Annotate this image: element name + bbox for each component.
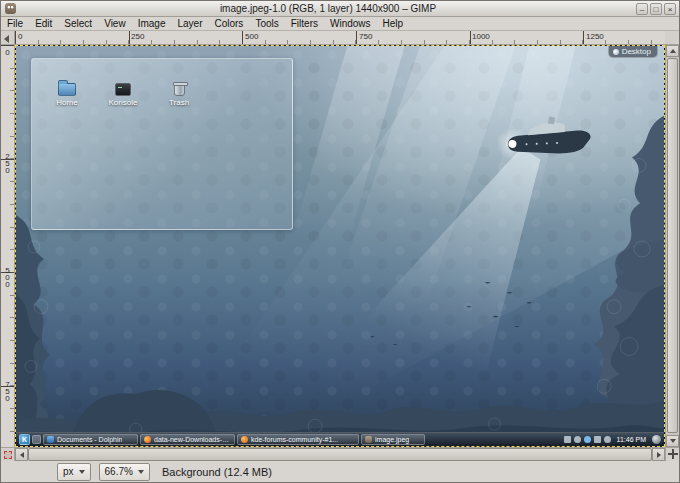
menubar: File Edit Select View Image Layer Colors… bbox=[1, 17, 679, 31]
desktop-icon-trash: Trash bbox=[156, 83, 202, 107]
taskbar-window-label: image.jpeg bbox=[375, 435, 409, 444]
home-folder-icon bbox=[58, 83, 76, 96]
taskbar-window-button: data-new-Downloads-...jpeg bbox=[140, 434, 235, 445]
scroll-down-button[interactable] bbox=[666, 435, 679, 447]
firefox-icon bbox=[241, 436, 248, 443]
desktop-toolbox: Desktop bbox=[608, 46, 658, 58]
tray-icon bbox=[604, 436, 611, 443]
menu-layer[interactable]: Layer bbox=[171, 17, 208, 30]
minimize-button[interactable]: – bbox=[636, 3, 648, 15]
show-desktop-icon bbox=[32, 435, 41, 444]
window-controls: – □ × bbox=[636, 3, 676, 15]
up-arrow-icon bbox=[670, 49, 676, 53]
menu-select[interactable]: Select bbox=[58, 17, 98, 30]
h-ruler-mark: 0 bbox=[18, 32, 22, 41]
taskbar-window-label: Documents - Dolphin bbox=[57, 435, 122, 444]
desktop-icon-label: Konsole bbox=[109, 99, 138, 107]
desktop-icon-label: Home bbox=[56, 99, 77, 107]
unit-selector[interactable]: px bbox=[57, 463, 91, 481]
tray-icon bbox=[584, 436, 591, 443]
folderview-icons: Home Konsole Trash bbox=[32, 59, 292, 107]
taskbar-clock: 11:46 PM bbox=[617, 436, 646, 443]
horizontal-ruler[interactable]: 0 250 500 750 1000 1250 bbox=[15, 31, 665, 45]
navigation-button[interactable] bbox=[665, 447, 679, 461]
menu-image[interactable]: Image bbox=[132, 17, 172, 30]
vertical-scroll-thumb[interactable] bbox=[667, 58, 678, 433]
horizontal-scrollbar[interactable] bbox=[15, 447, 665, 461]
screenshot-taskbar: K Documents - Dolphin data-new-Downloads… bbox=[16, 432, 664, 446]
kmenu-icon: K bbox=[19, 434, 30, 445]
gimp-window: image.jpeg-1.0 (RGB, 1 layer) 1440x900 –… bbox=[0, 0, 680, 483]
scroll-right-button[interactable] bbox=[652, 448, 665, 461]
h-ruler-mark: 500 bbox=[245, 32, 258, 41]
firefox-icon bbox=[144, 436, 151, 443]
desktop-toolbox-label: Desktop bbox=[622, 47, 651, 57]
scroll-up-button[interactable] bbox=[666, 45, 679, 57]
h-ruler-mark: 1000 bbox=[472, 32, 490, 41]
h-ruler-mark: 750 bbox=[359, 32, 372, 41]
window-title: image.jpeg-1.0 (RGB, 1 layer) 1440x900 –… bbox=[20, 3, 636, 14]
horizontal-scroll-thumb[interactable] bbox=[28, 448, 652, 461]
h-ruler-mark: 1250 bbox=[586, 32, 604, 41]
canvas-menu-button[interactable] bbox=[1, 31, 15, 45]
down-arrow-icon bbox=[670, 439, 676, 443]
plasma-cashew-icon bbox=[652, 435, 661, 444]
status-text: Background (12.4 MB) bbox=[162, 466, 272, 478]
taskbar-window-label: kde-forums-community-#1... bbox=[251, 435, 338, 444]
canvas-image[interactable]: Home Konsole Trash Desktop bbox=[15, 45, 665, 447]
menu-filters[interactable]: Filters bbox=[285, 17, 324, 30]
tray-icon bbox=[574, 436, 581, 443]
chevron-down-icon bbox=[79, 470, 85, 474]
menu-tools[interactable]: Tools bbox=[249, 17, 284, 30]
tray-icon bbox=[594, 436, 601, 443]
quick-mask-icon bbox=[4, 451, 12, 459]
close-button[interactable]: × bbox=[664, 3, 676, 15]
menu-colors[interactable]: Colors bbox=[208, 17, 249, 30]
v-ruler-mark: 250 bbox=[3, 152, 12, 173]
konsole-icon bbox=[115, 83, 131, 96]
maximize-button[interactable]: □ bbox=[650, 3, 662, 15]
folderview-widget: Home Konsole Trash bbox=[31, 58, 293, 230]
right-arrow-icon bbox=[657, 452, 661, 458]
taskbar-window-button: image.jpeg bbox=[361, 434, 425, 445]
h-ruler-mark: 250 bbox=[131, 32, 144, 41]
canvas-viewport[interactable]: Home Konsole Trash Desktop bbox=[15, 45, 665, 447]
desktop-icon-home: Home bbox=[44, 83, 90, 107]
menu-help[interactable]: Help bbox=[377, 17, 410, 30]
ruler-gap bbox=[665, 31, 679, 45]
taskbar-window-button: Documents - Dolphin bbox=[43, 434, 138, 445]
v-ruler-mark: 0 bbox=[3, 48, 12, 55]
vertical-ruler[interactable]: 0 250 500 750 bbox=[1, 45, 15, 447]
system-tray bbox=[564, 436, 611, 443]
vertical-scrollbar[interactable] bbox=[665, 45, 679, 447]
quick-mask-toggle[interactable] bbox=[1, 447, 15, 461]
titlebar[interactable]: image.jpeg-1.0 (RGB, 1 layer) 1440x900 –… bbox=[1, 1, 679, 17]
taskbar-window-button: kde-forums-community-#1... bbox=[237, 434, 359, 445]
v-ruler-mark: 750 bbox=[3, 380, 12, 401]
gimp-wilber-icon bbox=[5, 3, 16, 14]
menu-arrow-icon bbox=[4, 35, 9, 43]
gimp-task-icon bbox=[365, 436, 372, 443]
unit-selector-value: px bbox=[63, 466, 74, 477]
menu-windows[interactable]: Windows bbox=[324, 17, 377, 30]
desktop-icon-label: Trash bbox=[169, 99, 189, 107]
dolphin-icon bbox=[47, 436, 54, 443]
left-arrow-icon bbox=[20, 452, 24, 458]
navigation-cross-icon bbox=[668, 449, 678, 459]
zoom-selector-value: 66.7% bbox=[105, 466, 133, 477]
menu-edit[interactable]: Edit bbox=[29, 17, 58, 30]
scroll-left-button[interactable] bbox=[15, 448, 28, 461]
trash-icon bbox=[174, 83, 185, 96]
v-ruler-mark: 500 bbox=[3, 266, 12, 287]
plasma-icon bbox=[613, 49, 619, 55]
rocks-left bbox=[16, 215, 52, 446]
desktop-icon-konsole: Konsole bbox=[100, 83, 146, 107]
statusbar: px 66.7% Background (12.4 MB) bbox=[1, 461, 679, 482]
tray-icon bbox=[564, 436, 571, 443]
taskbar-window-label: data-new-Downloads-...jpeg bbox=[154, 435, 231, 444]
menu-file[interactable]: File bbox=[1, 17, 29, 30]
zoom-selector[interactable]: 66.7% bbox=[99, 463, 150, 481]
chevron-down-icon bbox=[138, 470, 144, 474]
menu-view[interactable]: View bbox=[98, 17, 132, 30]
